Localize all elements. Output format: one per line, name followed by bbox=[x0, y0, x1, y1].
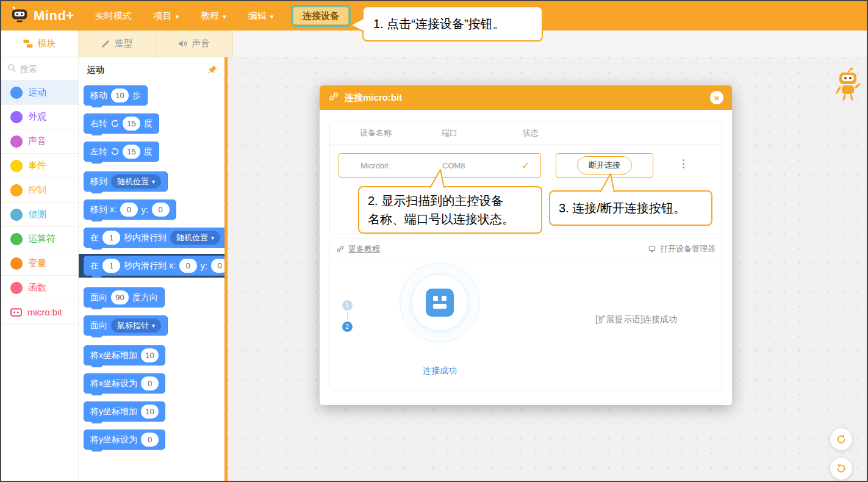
menu-tutorials-label: 教程 bbox=[201, 10, 219, 22]
block-goto-xy[interactable]: 移到 x:0y:0 bbox=[84, 200, 176, 220]
connection-rings bbox=[400, 262, 480, 343]
block-input[interactable]: 10 bbox=[141, 405, 159, 419]
sidebar-category-operators[interactable]: 运算符 bbox=[1, 227, 78, 251]
category-dot-icon bbox=[10, 233, 23, 245]
device-manager-icon bbox=[648, 245, 656, 253]
block-glide-xy[interactable]: 在1秒内滑行到 x:0y:0 bbox=[84, 256, 224, 276]
block-list: 移动10步右转15度左转15度移到随机位置▾移到 x:0y:0在1秒内滑行到随机… bbox=[79, 82, 224, 450]
block-row: 左转15度 bbox=[84, 142, 224, 162]
block-text: 秒内滑行到 x: bbox=[124, 261, 176, 272]
category-label: 事件 bbox=[28, 160, 46, 171]
block-text: 移到 x: bbox=[90, 204, 117, 215]
block-turn-right[interactable]: 右转15度 bbox=[84, 113, 159, 134]
sidebar-category-looks[interactable]: 外观 bbox=[1, 105, 78, 129]
block-set-y[interactable]: 将y坐标设为0 bbox=[84, 430, 165, 450]
block-goto-random[interactable]: 移到随机位置▾ bbox=[84, 171, 168, 192]
rotate-ccw-icon bbox=[111, 148, 119, 156]
block-dropdown[interactable]: 随机位置▾ bbox=[111, 174, 161, 189]
undo-button[interactable] bbox=[830, 428, 852, 450]
block-palette: 运动 移动10步右转15度左转15度移到随机位置▾移到 x:0y:0在1秒内滑行… bbox=[79, 57, 224, 481]
sidebar-category-sensing[interactable]: 侦测 bbox=[1, 203, 78, 227]
search-input[interactable] bbox=[20, 64, 64, 74]
robot-logo-icon bbox=[10, 5, 29, 26]
block-dropdown[interactable]: 随机位置▾ bbox=[170, 231, 220, 245]
category-label: 侦测 bbox=[28, 209, 46, 220]
open-device-manager-link[interactable]: 打开设备管理器 bbox=[648, 243, 716, 254]
block-point-towards[interactable]: 面向鼠标指针▾ bbox=[84, 315, 168, 336]
block-glide-random[interactable]: 在1秒内滑行到随机位置▾ bbox=[84, 228, 224, 248]
connect-device-button[interactable]: 连接设备 bbox=[293, 7, 349, 25]
sidebar-category-functions[interactable]: 函数 bbox=[1, 276, 78, 300]
chevron-down-icon: ▾ bbox=[223, 13, 226, 21]
connection-ring-inner bbox=[411, 274, 468, 331]
block-input[interactable]: 15 bbox=[123, 117, 140, 131]
column-port: 端口 bbox=[442, 128, 523, 138]
step-2-badge: 2 bbox=[342, 322, 353, 332]
sidebar-category-motion[interactable]: 运动 bbox=[1, 81, 78, 105]
connection-stepper: 1 2 bbox=[341, 300, 353, 332]
tab-costumes[interactable]: 造型 bbox=[79, 31, 156, 57]
stepper-connector bbox=[347, 312, 348, 320]
palette-scrollbar[interactable] bbox=[224, 57, 228, 481]
annotation-step3-text: 3. 连接/断开连接按钮。 bbox=[559, 200, 686, 217]
block-input[interactable]: 15 bbox=[123, 145, 140, 159]
app-window: Mind+ 实时模式 项目 ▾ 教程 ▾ 编辑 ▾ 连接设备 模块 造型 bbox=[0, 0, 868, 482]
extension-hint-text: [扩展提示语]连接成功 bbox=[560, 314, 712, 325]
block-input[interactable]: 90 bbox=[111, 290, 129, 304]
sidebar-category-control[interactable]: 控制 bbox=[1, 178, 78, 203]
block-change-y[interactable]: 将y坐标增加10 bbox=[84, 401, 165, 422]
column-device-name: 设备名称 bbox=[360, 128, 442, 138]
menu-edit[interactable]: 编辑 ▾ bbox=[237, 1, 285, 31]
block-input[interactable]: 0 bbox=[152, 203, 170, 217]
tab-sounds[interactable]: 声音 bbox=[156, 31, 233, 57]
brush-icon bbox=[101, 39, 110, 48]
category-list: 运动外观声音事件控制侦测运算符变量函数micro:bit bbox=[1, 81, 78, 325]
menu-realtime-mode[interactable]: 实时模式 bbox=[84, 1, 143, 31]
menu-project-label: 项目 bbox=[154, 10, 172, 22]
device-table-header: 设备名称 端口 状态 bbox=[330, 121, 722, 145]
step-1-badge: 1 bbox=[342, 300, 353, 311]
block-text: 面向 bbox=[90, 320, 107, 331]
link-icon bbox=[336, 245, 345, 253]
device-port: COM8 bbox=[442, 161, 517, 170]
sidebar-category-microbit[interactable]: micro:bit bbox=[1, 300, 78, 325]
block-change-x[interactable]: 将x坐标增加10 bbox=[84, 345, 165, 365]
block-row: 面向90度方向 bbox=[84, 287, 224, 308]
chevron-down-icon: ▾ bbox=[270, 13, 274, 21]
block-point-direction[interactable]: 面向90度方向 bbox=[84, 287, 165, 308]
sidebar-category-variables[interactable]: 变量 bbox=[1, 251, 78, 276]
microbit-icon bbox=[10, 308, 22, 317]
close-icon[interactable]: × bbox=[710, 91, 723, 104]
menu-tutorials[interactable]: 教程 ▾ bbox=[190, 1, 237, 31]
block-row: 面向鼠标指针▾ bbox=[84, 315, 224, 336]
block-input[interactable]: 0 bbox=[211, 259, 224, 273]
block-move-steps[interactable]: 移动10步 bbox=[84, 85, 148, 106]
menu-project[interactable]: 项目 ▾ bbox=[143, 1, 190, 31]
block-input[interactable]: 0 bbox=[179, 259, 197, 273]
more-tutorials-label: 更多教程 bbox=[348, 243, 380, 254]
more-tutorials-link[interactable]: 更多教程 bbox=[336, 243, 380, 254]
block-text: y: bbox=[142, 205, 148, 215]
block-input[interactable]: 0 bbox=[141, 433, 159, 447]
block-dropdown[interactable]: 鼠标指针▾ bbox=[111, 318, 161, 333]
block-search[interactable] bbox=[1, 57, 78, 81]
block-input[interactable]: 0 bbox=[141, 376, 159, 390]
tab-blocks-label: 模块 bbox=[37, 38, 56, 49]
block-set-x[interactable]: 将x坐标设为0 bbox=[84, 373, 165, 394]
redo-button[interactable] bbox=[830, 458, 852, 480]
pin-icon[interactable] bbox=[207, 65, 217, 75]
block-input[interactable]: 0 bbox=[120, 203, 138, 217]
sidebar-category-sound[interactable]: 声音 bbox=[1, 129, 78, 154]
sidebar-category-events[interactable]: 事件 bbox=[1, 154, 78, 178]
more-options-icon[interactable] bbox=[679, 156, 688, 172]
block-input[interactable]: 1 bbox=[102, 259, 120, 273]
tab-blocks[interactable]: 模块 bbox=[1, 31, 79, 57]
block-input[interactable]: 1 bbox=[102, 231, 120, 245]
block-input[interactable]: 10 bbox=[111, 88, 129, 103]
undo-icon bbox=[835, 433, 847, 445]
block-text: 左转 bbox=[90, 146, 107, 157]
block-turn-left[interactable]: 左转15度 bbox=[84, 142, 159, 162]
block-input[interactable]: 10 bbox=[141, 348, 159, 362]
block-text: 右转 bbox=[90, 118, 107, 129]
workspace-top-strip bbox=[228, 31, 867, 57]
